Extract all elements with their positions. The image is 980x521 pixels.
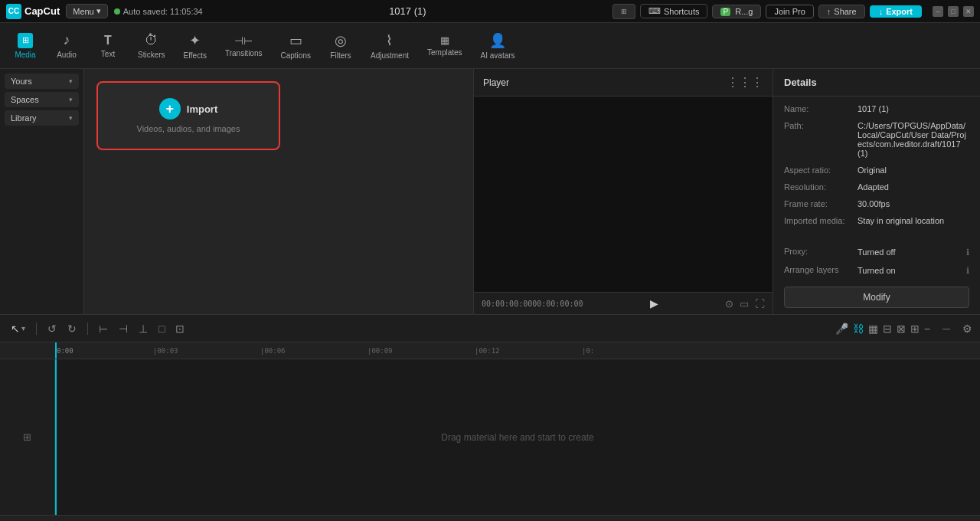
join-pro-button[interactable]: Join Pro [766, 5, 813, 18]
player-panel: Player ⋮⋮⋮ 00:00:00:00 00:00:00:00 ▶ ⊙ ▭… [473, 69, 773, 314]
timeline-right-tools: 🎤 ⛓ ▦ ⊟ ⊠ ⊞ − — ⚙ [835, 323, 972, 335]
export-button[interactable]: ↓ Export [870, 5, 922, 18]
toolbar-captions[interactable]: ▭ Captions [273, 29, 318, 63]
link-icon[interactable]: ⛓ [853, 323, 864, 335]
undo-tool[interactable]: ↺ [44, 321, 60, 336]
track-area[interactable]: Drag material here and start to create [55, 359, 980, 515]
effects-icon: ✦ [189, 32, 201, 49]
captions-icon: ▭ [289, 32, 302, 49]
library-dropdown[interactable]: Library ▾ [5, 110, 79, 126]
frame-rate-value: 30.00fps [858, 199, 969, 208]
stickers-label: Stickers [138, 51, 165, 59]
zoom-level: — [935, 324, 958, 333]
toolbar-ai-avatars[interactable]: 👤 AI avatars [473, 29, 523, 63]
import-box[interactable]: + Import Videos, audios, and images [96, 81, 280, 150]
media-icon: ⊞ [18, 33, 33, 48]
toolbar-filters[interactable]: ◎ Filters [322, 29, 360, 63]
minimize-button[interactable]: – [933, 6, 943, 17]
topbar-right: ⊞ ⌨ Shortcuts P R...g Join Pro ↑ Share ↓… [612, 4, 974, 19]
left-panel: Yours ▾ Spaces ▾ Library ▾ [0, 69, 84, 314]
toolbar-effects[interactable]: ✦ Effects [176, 29, 214, 63]
screenshot-icon[interactable]: ⊙ [725, 298, 733, 310]
window-controls: – □ ✕ [933, 6, 974, 17]
logo-text: CapCut [24, 5, 60, 17]
keyboard-icon: ⌨ [648, 6, 661, 16]
timeline-scrollbar[interactable] [0, 515, 980, 521]
timeline: ↖ ▾ ↺ ↻ ⊢ ⊣ ⊥ □ ⊡ 🎤 ⛓ ▦ ⊟ ⊠ ⊞ − — ⚙ 0:00… [0, 314, 980, 521]
play-button[interactable]: ▶ [650, 297, 658, 310]
export-icon: ↓ [879, 7, 884, 16]
multi-track-icon[interactable]: ▦ [868, 323, 878, 335]
ai-avatars-icon: 👤 [489, 32, 506, 49]
name-value: 1017 (1) [858, 104, 969, 113]
player-controls: 00:00:00:00 00:00:00:00 ▶ ⊙ ▭ ⛶ [474, 292, 773, 314]
adjustment-label: Adjustment [371, 51, 409, 60]
timeline-content: 0:00 |00:03 |00:06 |00:09 |00:12 |0: ⊞ D… [0, 342, 980, 515]
toolbar-adjustment[interactable]: ⌇ Adjustment [363, 29, 416, 63]
toolbar-audio[interactable]: ♪ Audio [47, 29, 86, 62]
player-menu-icon[interactable]: ⋮⋮⋮ [727, 75, 763, 90]
shortcuts-button[interactable]: ⌨ Shortcuts [640, 4, 707, 18]
proxy-value: Turned off [858, 247, 963, 257]
toolbar-stickers[interactable]: ⏱ Stickers [130, 29, 173, 62]
modify-button[interactable]: Modify [784, 287, 969, 308]
microphone-icon[interactable]: 🎤 [835, 323, 848, 335]
detail-imported-row: Imported media: Stay in original locatio… [784, 216, 969, 225]
templates-icon: ▦ [440, 34, 449, 46]
timeline-toolbar: ↖ ▾ ↺ ↻ ⊢ ⊣ ⊥ □ ⊡ 🎤 ⛓ ▦ ⊟ ⊠ ⊞ − — ⚙ [0, 315, 980, 342]
aspect-ratio-icon[interactable]: ▭ [740, 298, 749, 310]
aspect-ratio-label: Aspect ratio: [784, 165, 853, 175]
toolbar-transitions[interactable]: ⊣⊢ Transitions [217, 31, 270, 61]
magnet-icon[interactable]: ⊟ [883, 323, 892, 335]
delete-tool[interactable]: □ [155, 321, 168, 336]
split-left-tool[interactable]: ⊢ [96, 321, 111, 336]
track-labels: ⊞ [0, 359, 55, 515]
app-logo: CC CapCut [6, 4, 60, 19]
media-area: + Import Videos, audios, and images [84, 69, 473, 314]
redo-tool[interactable]: ↻ [64, 321, 80, 336]
effects-label: Effects [184, 51, 207, 60]
ruler-marks: 0:00 |00:03 |00:06 |00:09 |00:12 |0: [55, 342, 74, 359]
autosave-text: Auto saved: 11:05:34 [123, 7, 203, 16]
ruler-mark-3: |00:03 [153, 347, 178, 355]
display-options-icon: ⊞ [621, 8, 627, 15]
media-label: Media [15, 51, 35, 59]
templates-label: Templates [427, 48, 462, 57]
display-options-button[interactable]: ⊞ [612, 4, 635, 19]
toolbar-text[interactable]: T Text [89, 31, 127, 61]
toolbar-templates[interactable]: ▦ Templates [420, 31, 470, 60]
profile-button[interactable]: P R...g [712, 5, 761, 18]
name-label: Name: [784, 104, 853, 113]
frame-rate-label: Frame rate: [784, 199, 853, 208]
settings-icon[interactable]: ⚙ [962, 323, 972, 335]
menu-button[interactable]: Menu ▾ [66, 4, 108, 18]
split-tool[interactable]: ⊥ [136, 321, 151, 336]
spaces-dropdown[interactable]: Spaces ▾ [5, 92, 79, 107]
transitions-label: Transitions [225, 49, 263, 57]
fullscreen-icon[interactable]: ⛶ [755, 298, 765, 310]
menu-chevron-icon: ▾ [96, 6, 101, 16]
ruler-mark-0: 0:00 [55, 347, 74, 355]
yours-dropdown[interactable]: Yours ▾ [5, 74, 79, 89]
crop-tool[interactable]: ⊡ [172, 321, 188, 336]
maximize-button[interactable]: □ [948, 6, 959, 17]
profile-label: R...g [735, 7, 753, 16]
resolution-label: Resolution: [784, 182, 853, 192]
imported-media-label: Imported media: [784, 216, 853, 225]
close-button[interactable]: ✕ [963, 6, 974, 17]
ruler-mark-12: |00:12 [475, 347, 500, 355]
share-button[interactable]: ↑ Share [818, 5, 865, 18]
split-right-tool[interactable]: ⊣ [116, 321, 131, 336]
track-add-icon[interactable]: ⊞ [23, 431, 31, 443]
select-tool[interactable]: ↖ ▾ [8, 321, 28, 336]
yours-chevron-icon: ▾ [69, 77, 73, 85]
details-panel: Details Name: 1017 (1) Path: C:/Users/TO… [773, 69, 980, 314]
project-title: 1017 (1) [209, 5, 606, 17]
toolbar-media[interactable]: ⊞ Media [6, 30, 44, 62]
joinpro-label: Join Pro [774, 7, 805, 16]
player-title: Player [483, 77, 509, 88]
thumbnail-icon[interactable]: ⊞ [910, 323, 920, 335]
ruler-mark-9: |00:09 [368, 347, 393, 355]
split-icon-2[interactable]: ⊠ [897, 323, 906, 335]
zoom-out-icon[interactable]: − [924, 323, 930, 335]
